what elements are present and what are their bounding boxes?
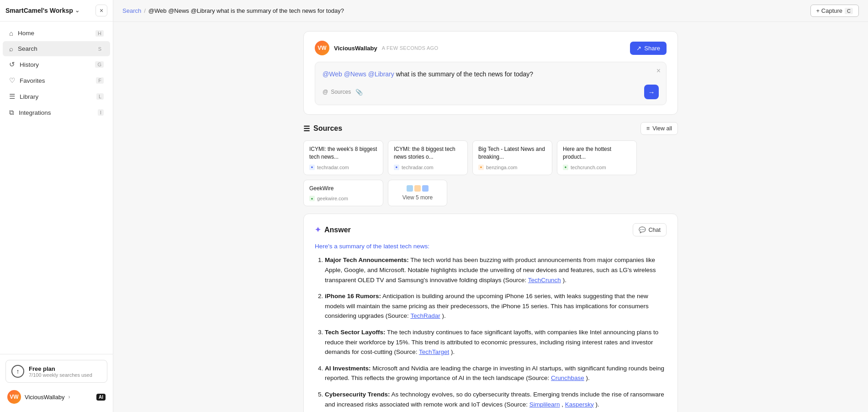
share-label: Share [644, 45, 660, 52]
answer-title-text: Answer [324, 226, 351, 234]
item-link-4b[interactable]: Kaspersky [565, 401, 594, 408]
workspace-chevron-icon: ⌄ [75, 7, 79, 14]
view-all-button[interactable]: ≡ View all [640, 122, 678, 135]
more-dot-3 [422, 185, 429, 192]
source-domain-text: geekwire.com [317, 196, 348, 201]
item-link-4a[interactable]: Simplilearn [529, 401, 560, 408]
item-title-1: iPhone 16 Rumors: [325, 293, 381, 300]
sidebar: SmartCamel's Worksp ⌄ × ⌂ Home H ⌕ Searc… [0, 0, 113, 412]
source-favicon: ● [394, 165, 399, 170]
main-content: Search / @Web @News @Library what is the… [113, 0, 868, 412]
breadcrumb-query: @Web @News @Library what is the summary … [148, 7, 344, 14]
topbar: Search / @Web @News @Library what is the… [113, 0, 868, 22]
item-body-3: Microsoft and Nvidia are leading the cha… [325, 365, 664, 382]
chat-button[interactable]: 💬 Chat [633, 223, 667, 236]
share-icon: ↗ [636, 45, 641, 52]
sidebar-item-favorites[interactable]: ♡ Favorites F [3, 73, 110, 88]
sidebar-item-label: Favorites [20, 77, 45, 84]
search-query-card: VW ViciousWallaby A FEW SECONDS AGO ↗ Sh… [303, 31, 678, 115]
sidebar-header: SmartCamel's Worksp ⌄ × [0, 0, 113, 21]
item-link-1[interactable]: TechRadar [410, 312, 440, 319]
capture-button[interactable]: + Capture C [810, 5, 859, 17]
capture-label: + Capture [816, 7, 842, 14]
tag-news[interactable]: @News [344, 70, 366, 78]
sidebar-bottom: ↑ Free plan 7/100 weekly searches used V… [0, 354, 113, 412]
source-card-4[interactable]: GeekWire ● geekwire.com [303, 180, 383, 207]
send-arrow-icon: → [648, 88, 655, 96]
avatar: VW [7, 390, 21, 404]
breadcrumb-search-link[interactable]: Search [122, 7, 141, 14]
history-shortcut: G [95, 61, 104, 68]
answer-intro: Here's a summary of the latest tech news… [315, 243, 667, 250]
sidebar-item-search[interactable]: ⌕ Search S [3, 41, 110, 56]
content-area: VW ViciousWallaby A FEW SECONDS AGO ↗ Sh… [113, 22, 868, 412]
sidebar-item-label: Home [18, 30, 34, 37]
answer-section: ✦ Answer 💬 Chat Here's a summary of the … [303, 214, 678, 412]
capture-shortcut: C [845, 8, 853, 14]
item-link-0[interactable]: TechCrunch [528, 277, 561, 284]
home-shortcut: H [95, 30, 104, 37]
sidebar-item-label: Search [18, 45, 37, 52]
more-dot-2 [414, 185, 421, 192]
share-button[interactable]: ↗ Share [630, 42, 667, 55]
tag-library[interactable]: @Library [368, 70, 394, 78]
integrations-icon: ⧉ [9, 108, 14, 117]
tag-web[interactable]: @Web [323, 70, 342, 78]
ai-badge: AI [96, 394, 106, 401]
sidebar-nav: ⌂ Home H ⌕ Search S ↺ History G ♡ Favori… [0, 21, 113, 354]
sources-label: Sources [331, 89, 351, 95]
source-title: Here are the hottest product... [563, 145, 631, 161]
plan-name: Free plan [29, 365, 92, 372]
source-card-2[interactable]: Big Tech - Latest News and breaking... ●… [472, 140, 552, 175]
user-row[interactable]: VW ViciousWallaby › AI [5, 387, 107, 407]
source-title: Big Tech - Latest News and breaking... [478, 145, 546, 161]
source-card-3[interactable]: Here are the hottest product... ● techcr… [557, 140, 637, 175]
source-card-1[interactable]: ICYMI: the 8 biggest tech news stories o… [388, 140, 468, 175]
item-title-2: Tech Sector Layoffs: [325, 329, 386, 336]
attachment-icon[interactable]: 📎 [355, 89, 363, 96]
sidebar-item-label: Integrations [19, 109, 51, 116]
user-name: ViciousWallaby [25, 394, 64, 401]
sidebar-item-library[interactable]: ☰ Library L [3, 89, 110, 104]
sources-tag[interactable]: @ Sources [323, 89, 351, 95]
favorites-shortcut: F [96, 77, 104, 84]
at-icon: @ [323, 89, 328, 95]
workspace-name[interactable]: SmartCamel's Worksp ⌄ [5, 7, 79, 14]
item-link-2[interactable]: TechTarget [419, 348, 449, 355]
source-favicon: ● [309, 165, 315, 170]
query-box: @Web @News @Library what is the summary … [315, 62, 667, 105]
more-dot-1 [407, 185, 413, 192]
close-button[interactable]: × [95, 5, 107, 16]
sidebar-item-history[interactable]: ↺ History G [3, 57, 110, 72]
query-main-text: what is the summary of the tech news for… [396, 70, 533, 78]
query-close-icon[interactable]: × [656, 67, 661, 75]
query-user-name: ViciousWallaby [334, 45, 377, 52]
source-domain-text: techradar.com [402, 165, 434, 170]
item-title-4: Cybersecurity Trends: [325, 391, 390, 398]
favorites-icon: ♡ [9, 76, 15, 85]
history-icon: ↺ [9, 60, 15, 69]
send-button[interactable]: → [644, 85, 659, 99]
sidebar-item-label: History [20, 61, 39, 68]
view-more-card[interactable]: View 5 more [388, 180, 447, 207]
source-domain-text: benzinga.com [486, 165, 518, 170]
list-item: Major Tech Announcements: The tech world… [325, 255, 667, 285]
item-title-3: AI Investments: [325, 365, 371, 372]
source-favicon: ● [309, 196, 315, 201]
chat-label: Chat [649, 227, 661, 233]
sidebar-item-label: Library [20, 93, 38, 100]
sidebar-item-integrations[interactable]: ⧉ Integrations I [3, 105, 110, 120]
integrations-shortcut: I [98, 109, 104, 116]
list-icon: ≡ [646, 125, 650, 132]
query-user-avatar: VW [315, 41, 329, 55]
breadcrumb-separator: / [144, 7, 146, 14]
source-card-0[interactable]: ICYMI: the week's 8 biggest tech news...… [303, 140, 383, 175]
view-more-text: View 5 more [402, 194, 433, 201]
source-favicon: ● [563, 165, 568, 170]
sidebar-item-home[interactable]: ⌂ Home H [3, 26, 110, 41]
search-shortcut: S [96, 46, 104, 52]
list-item: Tech Sector Layoffs: The tech industry c… [325, 327, 667, 357]
plan-icon: ↑ [11, 365, 24, 378]
item-link-3[interactable]: Crunchbase [551, 375, 584, 381]
library-icon: ☰ [9, 92, 15, 101]
